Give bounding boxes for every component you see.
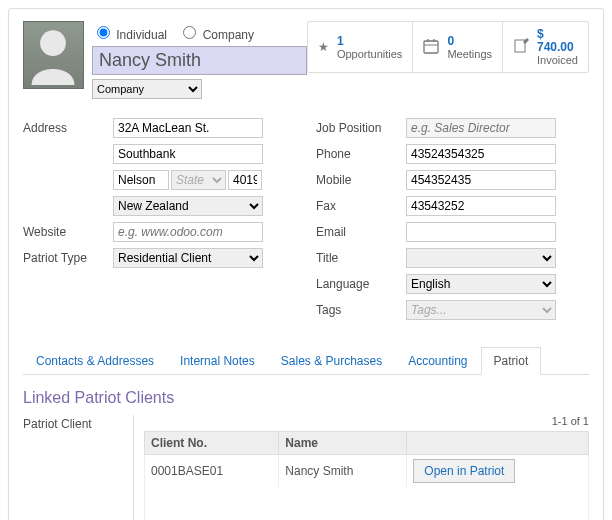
star-icon: ★ (318, 40, 329, 54)
address-label: Address (23, 121, 113, 135)
title-select[interactable] (406, 248, 556, 268)
svg-rect-1 (424, 41, 438, 53)
cell-client-no: 0001BASE01 (145, 455, 279, 488)
calendar-icon (423, 38, 439, 57)
tab-internal-notes[interactable]: Internal Notes (167, 347, 268, 375)
website-input[interactable] (113, 222, 263, 242)
state-select[interactable]: State (171, 170, 226, 190)
mobile-label: Mobile (316, 173, 406, 187)
country-select[interactable]: New Zealand (113, 196, 263, 216)
website-label: Website (23, 225, 113, 239)
open-in-patriot-button[interactable]: Open in Patriot (413, 459, 515, 483)
job-input[interactable] (406, 118, 556, 138)
type-company-radio[interactable]: Company (178, 28, 254, 42)
stat-meetings-label: Meetings (447, 48, 492, 60)
linked-clients-table: Client No. Name 0001BASE01 Nancy Smith O… (144, 431, 589, 520)
col-client-no: Client No. (145, 432, 279, 455)
stat-invoiced-num: $ 740.00 (537, 28, 578, 54)
tab-bar: Contacts & Addresses Internal Notes Sale… (23, 347, 589, 375)
tab-accounting[interactable]: Accounting (395, 347, 480, 375)
svg-point-0 (41, 30, 67, 56)
avatar (23, 21, 84, 89)
stat-invoiced-label: Invoiced (537, 54, 578, 66)
stat-opportunities-label: Opportunities (337, 48, 402, 60)
fax-input[interactable] (406, 196, 556, 216)
patriot-client-label: Patriot Client (23, 415, 133, 431)
patriot-type-label: Patriot Type (23, 251, 113, 265)
phone-input[interactable] (406, 144, 556, 164)
email-label: Email (316, 225, 406, 239)
company-select[interactable]: Company (92, 79, 202, 99)
mobile-input[interactable] (406, 170, 556, 190)
cell-name: Nancy Smith (279, 455, 407, 488)
region-input[interactable] (113, 170, 169, 190)
tab-contacts[interactable]: Contacts & Addresses (23, 347, 167, 375)
stat-opportunities[interactable]: ★ 1Opportunities (308, 22, 412, 72)
stat-invoiced[interactable]: $ 740.00Invoiced (502, 22, 588, 72)
col-name: Name (279, 432, 407, 455)
fax-label: Fax (316, 199, 406, 213)
language-label: Language (316, 277, 406, 291)
tab-patriot[interactable]: Patriot (481, 347, 542, 375)
patriot-type-select[interactable]: Residential Client (113, 248, 263, 268)
type-individual-radio[interactable]: Individual (92, 28, 167, 42)
title-label: Title (316, 251, 406, 265)
stat-opportunities-num: 1 (337, 35, 402, 48)
type-individual-label: Individual (116, 28, 167, 42)
tab-sales[interactable]: Sales & Purchases (268, 347, 395, 375)
type-company-label: Company (203, 28, 254, 42)
email-input[interactable] (406, 222, 556, 242)
tags-label: Tags (316, 303, 406, 317)
job-label: Job Position (316, 121, 406, 135)
stat-meetings-num: 0 (447, 35, 492, 48)
phone-label: Phone (316, 147, 406, 161)
tags-select[interactable]: Tags... (406, 300, 556, 320)
city-input[interactable] (113, 144, 263, 164)
pager: 1-1 of 1 (144, 415, 589, 427)
street-input[interactable] (113, 118, 263, 138)
section-title: Linked Patriot Clients (23, 389, 589, 407)
table-row[interactable]: 0001BASE01 Nancy Smith Open in Patriot (145, 455, 589, 488)
zip-input[interactable] (228, 170, 262, 190)
name-input[interactable] (92, 46, 307, 75)
col-action (407, 432, 589, 455)
stat-meetings[interactable]: 0Meetings (412, 22, 502, 72)
language-select[interactable]: English (406, 274, 556, 294)
edit-icon (513, 38, 529, 57)
